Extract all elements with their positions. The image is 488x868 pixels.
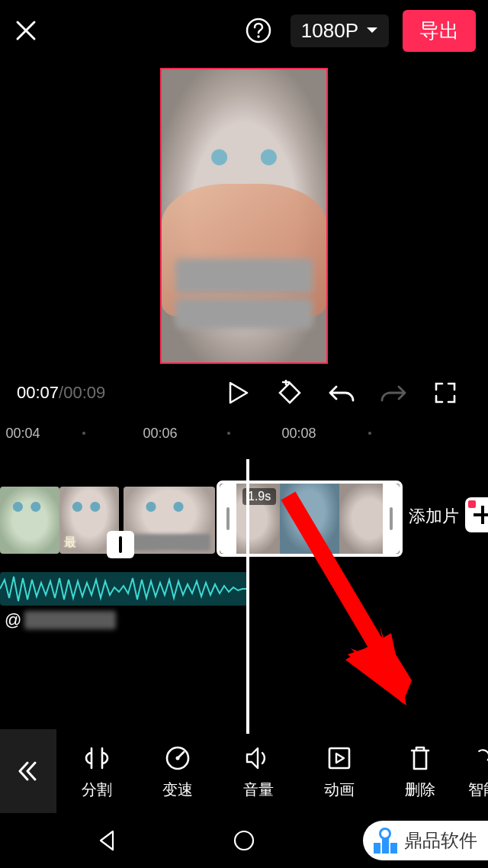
- smart-icon: [468, 743, 488, 773]
- watermark: 鼎品软件: [363, 821, 488, 860]
- tool-label: 音量: [243, 780, 274, 800]
- track-prefix: @: [5, 610, 21, 630]
- resolution-selector[interactable]: 1080P: [291, 14, 389, 47]
- chevron-down-icon: [366, 27, 378, 34]
- svg-point-7: [176, 756, 180, 760]
- trim-handle-right[interactable]: [383, 484, 400, 554]
- fullscreen-button[interactable]: [430, 378, 461, 408]
- time-ruler[interactable]: 00:04 00:06 00:08: [0, 421, 488, 459]
- ruler-tick: 00:08: [281, 426, 316, 442]
- close-icon: [14, 19, 37, 42]
- keyframe-icon: [277, 380, 303, 406]
- redo-button[interactable]: [378, 378, 409, 408]
- tool-smart[interactable]: 智能: [461, 743, 488, 800]
- svg-point-9: [235, 831, 253, 850]
- tool-volume[interactable]: 音量: [218, 743, 299, 800]
- nav-home[interactable]: [229, 825, 259, 856]
- video-frame: [160, 68, 328, 364]
- timeline[interactable]: 最 1.9s 添加片 @: [0, 459, 488, 734]
- svg-rect-8: [329, 748, 349, 768]
- selected-clip[interactable]: 1.9s: [217, 481, 403, 557]
- help-button[interactable]: [243, 15, 274, 46]
- clip-thumb[interactable]: [124, 487, 215, 554]
- audio-track[interactable]: [0, 572, 248, 606]
- split-icon: [82, 743, 112, 773]
- watermark-logo-icon: [372, 828, 398, 854]
- tool-label: 删除: [405, 780, 435, 800]
- delete-icon: [405, 743, 435, 773]
- keyframe-button[interactable]: [274, 378, 305, 408]
- nav-back[interactable]: [92, 825, 122, 856]
- svg-point-1: [257, 35, 259, 37]
- triangle-back-icon: [98, 830, 116, 851]
- tool-label: 智能: [468, 780, 488, 800]
- waveform-icon: [0, 572, 248, 606]
- close-button[interactable]: [12, 17, 40, 44]
- playhead[interactable]: [246, 459, 249, 734]
- video-preview[interactable]: [0, 61, 488, 371]
- trim-handle-left[interactable]: [220, 484, 236, 554]
- speed-icon: [162, 743, 193, 773]
- track-label[interactable]: @: [5, 610, 116, 630]
- chevrons-left-icon: [17, 760, 40, 783]
- tool-delete[interactable]: 删除: [380, 743, 461, 800]
- clip-thumb[interactable]: [0, 487, 59, 554]
- duration: 00:09: [63, 383, 105, 402]
- export-button[interactable]: 导出: [403, 10, 476, 52]
- watermark-text: 鼎品软件: [404, 828, 477, 853]
- undo-icon: [329, 382, 355, 403]
- animation-icon: [324, 743, 355, 773]
- undo-button[interactable]: [326, 378, 357, 408]
- help-icon: [245, 17, 272, 44]
- ruler-tick: 00:04: [5, 426, 40, 442]
- timecode: 00:07/00:09: [17, 383, 105, 403]
- tool-speed[interactable]: 变速: [137, 743, 218, 800]
- bottom-toolbar: 分割 变速 音量 动画 删除: [0, 729, 488, 813]
- tool-animation[interactable]: 动画: [299, 743, 380, 800]
- transition-button[interactable]: [107, 531, 134, 558]
- ruler-tick: 00:06: [143, 426, 177, 442]
- tool-split[interactable]: 分割: [56, 743, 137, 800]
- subtitle-fragment: 最: [64, 535, 76, 551]
- tool-label: 变速: [162, 780, 193, 800]
- circle-home-icon: [233, 829, 255, 852]
- play-icon: [227, 381, 249, 404]
- redo-icon: [380, 382, 406, 403]
- volume-icon: [243, 743, 274, 773]
- expand-icon: [434, 381, 457, 404]
- toolbar-back-button[interactable]: [0, 729, 56, 813]
- add-clip-button[interactable]: [465, 497, 488, 532]
- tool-label: 分割: [82, 780, 112, 800]
- resolution-label: 1080P: [301, 19, 358, 43]
- play-button[interactable]: [223, 378, 253, 408]
- current-time: 00:07: [17, 383, 59, 402]
- tool-label: 动画: [324, 780, 355, 800]
- add-clip-label: 添加片: [409, 505, 459, 528]
